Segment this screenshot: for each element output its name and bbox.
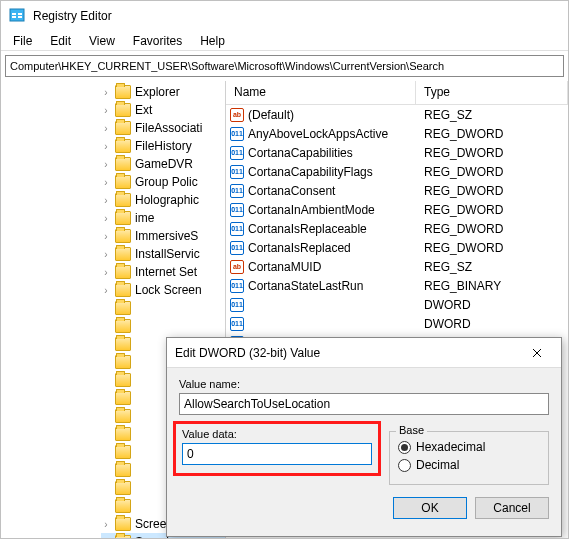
chevron-right-icon[interactable]: › xyxy=(101,537,111,539)
tree-item-label: FileHistory xyxy=(135,139,192,153)
tree-item-label: FileAssociati xyxy=(135,121,202,135)
chevron-right-icon[interactable]: › xyxy=(101,105,111,116)
folder-icon xyxy=(115,517,131,531)
value-type: REG_SZ xyxy=(416,108,568,122)
folder-icon xyxy=(115,247,131,261)
radio-dec-label: Decimal xyxy=(416,458,459,472)
tree-item[interactable]: ›Lock Screen xyxy=(101,281,225,299)
chevron-right-icon[interactable]: › xyxy=(101,249,111,260)
ok-button[interactable]: OK xyxy=(393,497,467,519)
dialog-body: Value name: Value data: Base Hexadecimal… xyxy=(167,368,561,495)
column-name[interactable]: Name xyxy=(226,81,416,104)
reg-binary-icon: 011 xyxy=(230,165,244,179)
value-name: CortanaCapabilityFlags xyxy=(248,165,373,179)
menu-edit[interactable]: Edit xyxy=(42,32,79,50)
folder-icon xyxy=(115,445,131,459)
value-type: REG_DWORD xyxy=(416,165,568,179)
menu-view[interactable]: View xyxy=(81,32,123,50)
list-row[interactable]: 011DWORD xyxy=(226,314,568,333)
folder-icon xyxy=(115,103,131,117)
chevron-right-icon[interactable]: › xyxy=(101,213,111,224)
folder-icon xyxy=(115,301,131,315)
chevron-right-icon[interactable]: › xyxy=(101,267,111,278)
value-name: CortanaIsReplaced xyxy=(248,241,351,255)
tree-item[interactable]: ›GameDVR xyxy=(101,155,225,173)
tree-item[interactable]: ›FileAssociati xyxy=(101,119,225,137)
list-row[interactable]: 011CortanaIsReplaceableREG_DWORD xyxy=(226,219,568,238)
folder-icon xyxy=(115,355,131,369)
chevron-right-icon[interactable]: › xyxy=(101,285,111,296)
chevron-right-icon[interactable]: › xyxy=(101,195,111,206)
cancel-button[interactable]: Cancel xyxy=(475,497,549,519)
address-path: Computer\HKEY_CURRENT_USER\Software\Micr… xyxy=(10,60,444,72)
tree-item[interactable]: ›FileHistory xyxy=(101,137,225,155)
list-row[interactable]: 011CortanaInAmbientModeREG_DWORD xyxy=(226,200,568,219)
chevron-right-icon[interactable]: › xyxy=(101,519,111,530)
chevron-right-icon[interactable]: › xyxy=(101,123,111,134)
base-legend: Base xyxy=(396,424,427,436)
value-type: REG_DWORD xyxy=(416,184,568,198)
close-button[interactable] xyxy=(521,341,553,365)
svg-rect-1 xyxy=(12,13,16,15)
chevron-right-icon[interactable]: › xyxy=(101,141,111,152)
list-row[interactable]: 011CortanaStateLastRunREG_BINARY xyxy=(226,276,568,295)
title-bar: Registry Editor xyxy=(1,1,568,31)
tree-item[interactable]: ›Group Polic xyxy=(101,173,225,191)
column-type[interactable]: Type xyxy=(416,81,568,104)
tree-item[interactable]: ›Explorer xyxy=(101,83,225,101)
list-row[interactable]: ab(Default)REG_SZ xyxy=(226,105,568,124)
tree-item[interactable] xyxy=(101,317,225,335)
value-type: REG_DWORD xyxy=(416,127,568,141)
menu-bar: File Edit View Favorites Help xyxy=(1,31,568,51)
folder-icon xyxy=(115,85,131,99)
chevron-right-icon[interactable]: › xyxy=(101,87,111,98)
list-row[interactable]: 011CortanaCapabilitiesREG_DWORD xyxy=(226,143,568,162)
reg-binary-icon: 011 xyxy=(230,127,244,141)
edit-dword-dialog: Edit DWORD (32-bit) Value Value name: Va… xyxy=(166,337,562,537)
value-name: CortanaMUID xyxy=(248,260,321,274)
list-row[interactable]: 011AnyAboveLockAppsActiveREG_DWORD xyxy=(226,124,568,143)
radio-icon xyxy=(398,441,411,454)
address-bar[interactable]: Computer\HKEY_CURRENT_USER\Software\Micr… xyxy=(5,55,564,77)
list-row[interactable]: 011DWORD xyxy=(226,295,568,314)
tree-item[interactable]: ›ime xyxy=(101,209,225,227)
dialog-titlebar[interactable]: Edit DWORD (32-bit) Value xyxy=(167,338,561,368)
tree-item[interactable]: ›Holographic xyxy=(101,191,225,209)
folder-icon xyxy=(115,265,131,279)
value-name: CortanaCapabilities xyxy=(248,146,353,160)
radio-decimal[interactable]: Decimal xyxy=(398,458,540,472)
reg-binary-icon: 011 xyxy=(230,279,244,293)
radio-hex-label: Hexadecimal xyxy=(416,440,485,454)
value-name: CortanaIsReplaceable xyxy=(248,222,367,236)
tree-item[interactable] xyxy=(101,299,225,317)
value-name-input[interactable] xyxy=(179,393,549,415)
chevron-right-icon[interactable]: › xyxy=(101,159,111,170)
list-row[interactable]: 011CortanaCapabilityFlagsREG_DWORD xyxy=(226,162,568,181)
tree-item-label: Internet Set xyxy=(135,265,197,279)
menu-file[interactable]: File xyxy=(5,32,40,50)
value-data-input[interactable] xyxy=(182,443,372,465)
chevron-right-icon[interactable]: › xyxy=(101,177,111,188)
reg-sz-icon: ab xyxy=(230,108,244,122)
chevron-right-icon[interactable]: › xyxy=(101,231,111,242)
value-type: DWORD xyxy=(416,298,568,312)
folder-icon xyxy=(115,121,131,135)
radio-hexadecimal[interactable]: Hexadecimal xyxy=(398,440,540,454)
value-name: AnyAboveLockAppsActive xyxy=(248,127,388,141)
value-type: REG_DWORD xyxy=(416,222,568,236)
value-type: REG_DWORD xyxy=(416,146,568,160)
list-header: Name Type xyxy=(226,81,568,105)
tree-item[interactable]: ›InstallServic xyxy=(101,245,225,263)
value-type: REG_SZ xyxy=(416,260,568,274)
value-data-label: Value data: xyxy=(182,428,372,440)
tree-item-label: GameDVR xyxy=(135,157,193,171)
list-row[interactable]: 011CortanaIsReplacedREG_DWORD xyxy=(226,238,568,257)
menu-favorites[interactable]: Favorites xyxy=(125,32,190,50)
tree-item[interactable]: ›Ext xyxy=(101,101,225,119)
list-row[interactable]: 011CortanaConsentREG_DWORD xyxy=(226,181,568,200)
tree-item[interactable]: ›ImmersiveS xyxy=(101,227,225,245)
menu-help[interactable]: Help xyxy=(192,32,233,50)
reg-binary-icon: 011 xyxy=(230,184,244,198)
tree-item[interactable]: ›Internet Set xyxy=(101,263,225,281)
list-row[interactable]: abCortanaMUIDREG_SZ xyxy=(226,257,568,276)
